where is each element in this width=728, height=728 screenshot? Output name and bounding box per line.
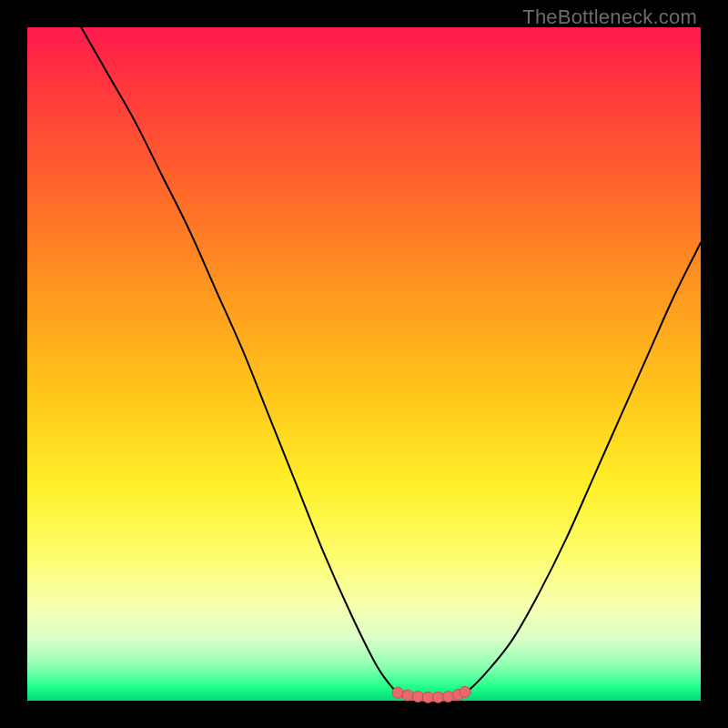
plot-area — [27, 27, 701, 701]
bottom-marker — [412, 692, 423, 703]
bottom-marker — [443, 692, 454, 703]
bottom-marker — [402, 690, 413, 701]
bottom-marker — [460, 686, 470, 697]
bottom-marker — [422, 692, 433, 703]
curve-left-curve — [81, 27, 398, 694]
bottom-marker — [432, 692, 443, 703]
curve-layer — [81, 27, 701, 698]
marker-layer — [392, 686, 470, 703]
watermark-text: TheBottleneck.com — [522, 5, 697, 29]
chart-svg — [27, 27, 701, 701]
chart-frame: TheBottleneck.com — [0, 0, 728, 728]
curve-right-curve — [465, 243, 701, 694]
bottom-marker — [392, 687, 403, 698]
